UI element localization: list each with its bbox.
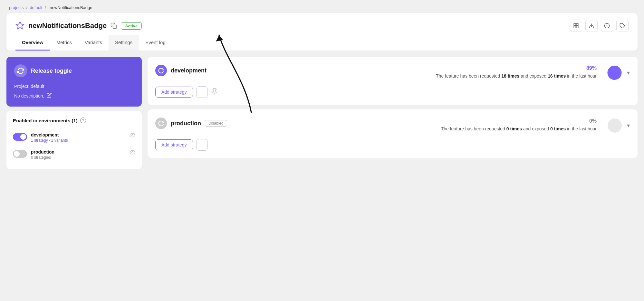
env-panel-row-dev: development 89% The feature has been req…	[155, 64, 630, 82]
edit-icon[interactable]	[47, 93, 52, 99]
env-panel-header-dev: development	[155, 65, 207, 76]
env-panel-stats-dev: 89% The feature has been requested 18 ti…	[436, 65, 597, 80]
env-icon-development	[155, 65, 167, 76]
header-left: newNotificationsBadge Active	[15, 21, 142, 31]
env-panel-header-prod: production Disabled	[155, 118, 227, 129]
toggle-development[interactable]	[13, 133, 27, 141]
disabled-badge-prod: Disabled	[205, 120, 227, 127]
status-badge: Active	[121, 22, 142, 30]
copy-icon[interactable]	[111, 23, 117, 29]
breadcrumb-sep1: /	[26, 5, 28, 10]
svg-rect-1	[113, 25, 117, 29]
percent-prod: 0%	[441, 118, 597, 124]
env-name-development: development	[31, 132, 68, 137]
env-panel-name-production: production	[171, 120, 201, 127]
env-icon-production	[155, 118, 167, 129]
sidebar: Release toggle Project: default No descr…	[6, 57, 142, 169]
main-card: newNotificationsBadge Active	[6, 13, 638, 51]
toggle-production[interactable]	[13, 150, 27, 158]
add-strategy-btn-prod[interactable]: Add strategy	[155, 139, 193, 150]
tab-event-log[interactable]: Event log	[139, 35, 172, 51]
chevron-prod[interactable]: ▾	[627, 122, 630, 129]
tab-settings[interactable]: Settings	[109, 35, 139, 51]
main-content: development 89% The feature has been req…	[148, 57, 638, 169]
release-toggle-title: Release toggle	[31, 68, 72, 74]
chevron-dev[interactable]: ▾	[627, 69, 630, 76]
breadcrumb-bar: projects / default / newNotificationsBad…	[0, 0, 644, 13]
breadcrumb-projects[interactable]: projects	[9, 5, 24, 10]
stats-text-dev: The feature has been requested 18 times …	[436, 72, 597, 80]
release-toggle-desc-row: No description.	[14, 93, 134, 99]
pie-chart-prod	[606, 117, 624, 135]
header-section: newNotificationsBadge Active	[6, 13, 638, 32]
env-panel-row-prod: production Disabled 0% The feature has b…	[155, 117, 630, 135]
svg-rect-4	[576, 26, 578, 28]
svg-point-10	[132, 135, 133, 136]
sidebar-env-item-production: production 0 strategies	[13, 146, 135, 163]
tag-button[interactable]	[616, 20, 629, 32]
eye-icon-production[interactable]	[130, 149, 135, 156]
more-btn-dev[interactable]: ⋮	[196, 86, 208, 98]
feature-name: newNotificationsBadge	[28, 22, 107, 30]
svg-rect-5	[574, 26, 576, 28]
tab-overview[interactable]: Overview	[15, 35, 50, 51]
svg-marker-9	[216, 35, 223, 42]
refresh-icon	[14, 64, 27, 77]
svg-rect-3	[576, 24, 578, 25]
add-strategy-btn-dev[interactable]: Add strategy	[155, 87, 193, 98]
pin-icon-dev[interactable]	[211, 88, 218, 97]
tabs-bar: Overview Metrics Variants Settings Event…	[6, 35, 638, 51]
svg-marker-0	[16, 22, 24, 29]
release-toggle-project: Project: default	[14, 84, 134, 89]
env-name-production: production	[31, 149, 54, 155]
environments-card: Enabled in environments (1) ? developmen…	[6, 111, 142, 169]
env-title: Enabled in environments (1)	[13, 118, 78, 123]
download-button[interactable]	[585, 20, 598, 32]
breadcrumb-default[interactable]: default	[30, 5, 42, 10]
release-toggle-card: Release toggle Project: default No descr…	[6, 57, 142, 107]
percent-dev: 89%	[436, 65, 597, 71]
release-toggle-desc-text: No description.	[14, 93, 44, 99]
header-right	[570, 20, 629, 32]
env-panel-actions-dev: Add strategy ⋮	[155, 86, 630, 98]
add-button[interactable]	[570, 20, 582, 32]
svg-point-14	[608, 118, 622, 133]
eye-icon-development[interactable]	[130, 132, 135, 139]
env-panel-development: development 89% The feature has been req…	[148, 57, 638, 105]
release-toggle-header: Release toggle	[14, 64, 134, 77]
env-left-production: production 0 strategies	[13, 149, 54, 160]
env-detail-development: 1 strategy · 2 variants	[31, 138, 68, 143]
tab-metrics[interactable]: Metrics	[50, 35, 78, 51]
star-icon[interactable]	[15, 21, 24, 31]
svg-point-11	[132, 152, 133, 153]
help-icon[interactable]: ?	[80, 118, 86, 123]
tab-variants[interactable]: Variants	[78, 35, 109, 51]
svg-rect-2	[574, 24, 576, 25]
more-btn-prod[interactable]: ⋮	[196, 139, 208, 151]
env-panel-name-development: development	[171, 67, 207, 74]
breadcrumb-current: newNotificationsBadge	[50, 5, 92, 10]
content-area: Release toggle Project: default No descr…	[0, 51, 644, 175]
breadcrumb-sep2: /	[45, 5, 47, 10]
env-panel-stats-prod: 0% The feature has been requested 0 time…	[441, 118, 597, 133]
env-panel-production: production Disabled 0% The feature has b…	[148, 109, 638, 158]
clock-button[interactable]	[601, 20, 613, 32]
env-detail-production: 0 strategies	[31, 155, 54, 160]
env-panel-actions-prod: Add strategy ⋮	[155, 139, 630, 151]
sidebar-env-item-development: development 1 strategy · 2 variants	[13, 129, 135, 146]
pie-chart-dev	[606, 64, 624, 82]
env-header: Enabled in environments (1) ?	[13, 118, 135, 123]
stats-text-prod: The feature has been requested 0 times a…	[441, 125, 597, 133]
env-left-development: development 1 strategy · 2 variants	[13, 132, 68, 143]
